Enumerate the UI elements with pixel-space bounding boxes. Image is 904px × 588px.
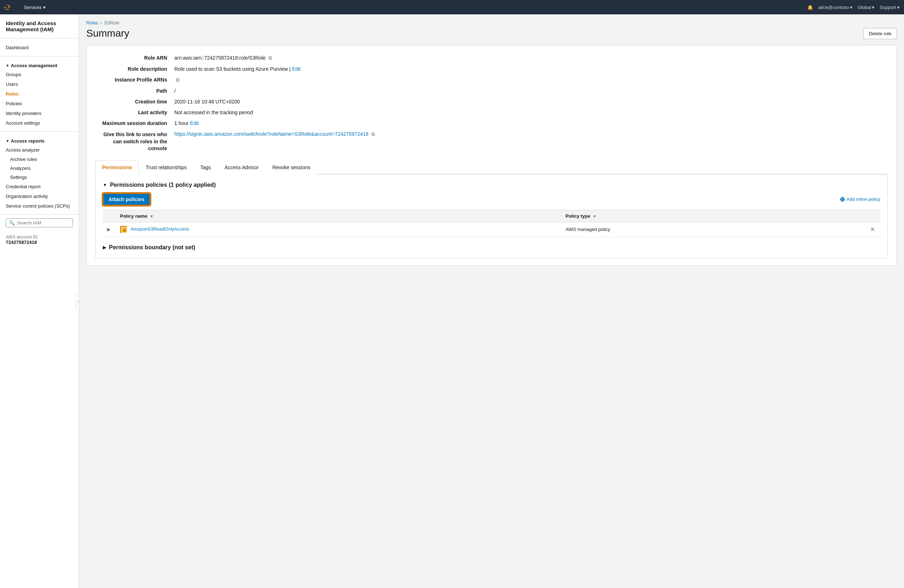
role-arn-row: Role ARN arn:aws:iam::724275872418:role/… (95, 52, 888, 63)
section-actions: Attach policies ⊕ Add inline policy (103, 193, 880, 205)
user-menu[interactable]: alice@contoso ▾ (818, 5, 852, 10)
breadcrumb-current: S3Role (104, 20, 120, 25)
copy-arn-icon[interactable]: ⧉ (269, 55, 272, 61)
creation-time-value: 2020-11-16 10:48 UTC+0200 (174, 96, 888, 107)
sidebar-item-groups[interactable]: Groups (0, 70, 79, 79)
sidebar-item-settings[interactable]: Settings (0, 173, 79, 182)
path-label: Path (95, 85, 174, 96)
remove-policy-icon[interactable]: ✕ (870, 226, 875, 232)
summary-card: Role ARN arn:aws:iam::724275872418:role/… (86, 45, 897, 266)
tab-revoke-sessions[interactable]: Revoke sessions (266, 161, 318, 175)
policy-name-header[interactable]: Policy name ▼ (116, 210, 561, 222)
region-menu[interactable]: Global ▾ (858, 5, 875, 10)
page-title: Summary (86, 28, 130, 39)
search-icon: 🔍 (9, 220, 15, 225)
sidebar-item-organization-activity[interactable]: Organization activity (0, 191, 79, 201)
search-input[interactable] (17, 220, 70, 225)
last-activity-row: Last activity Not accessed in the tracki… (95, 107, 888, 118)
edit-session-link[interactable]: Edit (190, 120, 199, 126)
svg-text:aws: aws (6, 8, 9, 10)
policy-type-icon (120, 226, 127, 233)
tab-content-permissions: ▼ Permissions policies (1 policy applied… (95, 175, 888, 258)
switch-role-link[interactable]: https://signin.aws.amazon.com/switchrole… (174, 131, 368, 137)
sidebar: Identity and Access Management (IAM) Das… (0, 14, 79, 588)
attach-policies-button[interactable]: Attach policies (103, 193, 150, 205)
path-row: Path / (95, 85, 888, 96)
last-activity-value: Not accessed in the tracking period (174, 107, 888, 118)
role-arn-label: Role ARN (95, 52, 174, 63)
policy-type-header[interactable]: Policy type ▼ (561, 210, 866, 222)
policy-name-cell: AmazonS3ReadOnlyAccess (116, 222, 561, 237)
sidebar-item-archive-rules[interactable]: Archive rules (0, 155, 79, 164)
remove-policy-cell: ✕ (866, 222, 880, 237)
search-container: 🔍 (6, 218, 73, 227)
notifications-icon[interactable]: 🔔 (807, 5, 813, 10)
action-col-header (866, 210, 880, 222)
aws-logo: aws (4, 3, 17, 11)
creation-time-row: Creation time 2020-11-16 10:48 UTC+0200 (95, 96, 888, 107)
account-info: AWS account ID: 724275872418 (0, 231, 79, 249)
role-desc-label: Role description (95, 63, 174, 74)
arrow-icon: ▼ (6, 139, 9, 143)
permissions-header-text: Permissions policies (1 policy applied) (110, 182, 216, 188)
boundary-arrow-icon: ▶ (103, 245, 106, 250)
sidebar-collapse-handle[interactable]: ◀ (76, 294, 79, 309)
sidebar-item-scps[interactable]: Service control policies (SCPs) (0, 201, 79, 211)
role-desc-value: Role used to scan S3 buckets using Azure… (174, 63, 888, 74)
switch-role-value: https://signin.aws.amazon.com/switchrole… (174, 129, 888, 155)
support-menu[interactable]: Support ▾ (880, 5, 900, 10)
edit-desc-link[interactable]: Edit (292, 66, 300, 72)
copy-instance-icon[interactable]: ⧉ (176, 77, 179, 83)
arrow-icon: ▼ (6, 63, 9, 68)
max-session-value: 1 hour Edit (174, 118, 888, 129)
expand-cell[interactable]: ▶ (103, 222, 116, 237)
add-inline-policy-link[interactable]: ⊕ Add inline policy (840, 195, 880, 203)
delete-role-button[interactable]: Delete role (863, 28, 897, 39)
access-reports-section[interactable]: ▼ Access reports (0, 136, 79, 145)
expand-col-header (103, 210, 116, 222)
sidebar-item-identity-providers[interactable]: Identity providers (0, 109, 79, 118)
sidebar-item-dashboard[interactable]: Dashboard (0, 43, 79, 52)
sidebar-item-users[interactable]: Users (0, 79, 79, 89)
policy-table: Policy name ▼ Policy type ▼ (103, 210, 880, 237)
switch-role-label: Give this link to users who can switch r… (95, 129, 174, 155)
sidebar-item-credential-report[interactable]: Credential report (0, 182, 79, 191)
sidebar-item-roles[interactable]: Roles (0, 89, 79, 99)
copy-switch-role-icon[interactable]: ⧉ (371, 131, 375, 137)
breadcrumb-roles-link[interactable]: Roles (86, 20, 98, 25)
sidebar-item-policies[interactable]: Policies (0, 99, 79, 109)
top-nav: aws Services ▾ 🔔 alice@contoso ▾ Global … (0, 0, 904, 14)
permissions-section-header[interactable]: ▼ Permissions policies (1 policy applied… (103, 182, 880, 188)
access-management-section[interactable]: ▼ Access management (0, 60, 79, 70)
last-activity-label: Last activity (95, 107, 174, 118)
sidebar-title: Identity and Access Management (IAM) (0, 20, 79, 38)
top-nav-right: 🔔 alice@contoso ▾ Global ▾ Support ▾ (807, 5, 900, 10)
max-session-row: Maximum session duration 1 hour Edit (95, 118, 888, 129)
boundary-header-text: Permissions boundary (not set) (109, 244, 195, 251)
expand-icon[interactable]: ▶ (107, 227, 111, 232)
services-button[interactable]: Services ▾ (21, 3, 49, 11)
page-header: Summary Delete role (86, 28, 897, 39)
policy-name-sort-icon: ▼ (150, 214, 154, 218)
tab-permissions[interactable]: Permissions (95, 161, 139, 175)
section-collapse-arrow: ▼ (103, 183, 107, 188)
role-desc-row: Role description Role used to scan S3 bu… (95, 63, 888, 74)
policy-type-cell: AWS managed policy (561, 222, 866, 237)
summary-table: Role ARN arn:aws:iam::724275872418:role/… (95, 52, 888, 155)
instance-profile-row: Instance Profile ARNs ⧉ (95, 74, 888, 85)
table-row: ▶ AmazonS3ReadOnlyAccess AWS managed pol… (103, 222, 880, 237)
instance-profile-value: ⧉ (174, 74, 888, 85)
tab-access-advisor[interactable]: Access Advisor (218, 161, 266, 175)
max-session-label: Maximum session duration (95, 118, 174, 129)
permissions-boundary-section[interactable]: ▶ Permissions boundary (not set) (103, 244, 880, 251)
instance-profile-label: Instance Profile ARNs (95, 74, 174, 85)
sidebar-item-account-settings[interactable]: Account settings (0, 118, 79, 128)
policy-name-link[interactable]: AmazonS3ReadOnlyAccess (131, 226, 189, 232)
tabs-container: Permissions Trust relationships Tags Acc… (95, 161, 888, 175)
role-arn-value: arn:aws:iam::724275872418:role/S3Role ⧉ (174, 52, 888, 63)
creation-time-label: Creation time (95, 96, 174, 107)
sidebar-item-analyzers[interactable]: Analyzers (0, 164, 79, 173)
tab-trust-relationships[interactable]: Trust relationships (139, 161, 193, 175)
sidebar-item-access-analyzer[interactable]: Access analyzer (0, 145, 79, 155)
tab-tags[interactable]: Tags (193, 161, 218, 175)
